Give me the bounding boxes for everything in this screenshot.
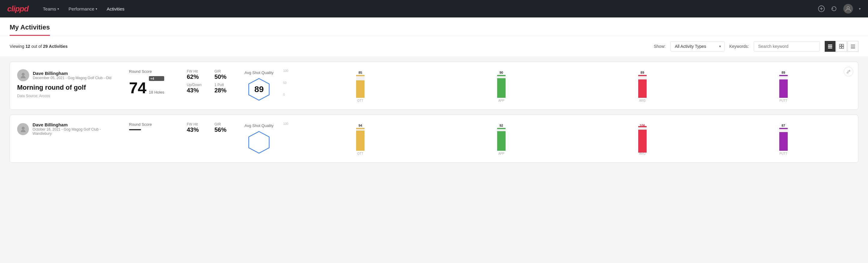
bar-ott: 85 OTT [293, 71, 428, 102]
svg-rect-8 [842, 44, 844, 46]
stat-fw-hit-value: 62% [187, 74, 207, 80]
svg-rect-6 [828, 48, 832, 49]
user-info: Dave Billingham October 16, 2021 - Gog M… [32, 122, 119, 136]
stat-fw-hit-label: FW Hit [187, 69, 207, 74]
bar-app: 90 APP [434, 71, 569, 102]
round-score-label: Round Score [129, 69, 177, 74]
user-avatar [17, 69, 29, 81]
bar-putt-value: 87 [781, 124, 785, 127]
stat-1putt-label: 1 Putt [214, 83, 235, 87]
list-detail-icon [850, 44, 856, 49]
stat-fw-hit-value: 43% [187, 126, 207, 133]
svg-point-15 [22, 73, 25, 76]
user-avatar [17, 123, 29, 135]
stat-gir-value: 56% [214, 126, 235, 133]
navbar-right: ▾ [818, 4, 861, 13]
add-button[interactable] [818, 5, 825, 12]
bar-app-value: 92 [500, 124, 503, 127]
grid-icon [839, 44, 844, 49]
score-main: 74 +4 18 Holes [129, 76, 177, 96]
activity-type-select[interactable]: All Activity Types [671, 41, 724, 52]
refresh-button[interactable] [831, 5, 837, 12]
stat-gir: GIR 56% [214, 122, 235, 133]
svg-marker-18 [249, 132, 269, 153]
view-list-compact-button[interactable] [825, 41, 836, 52]
activity-type-select-wrapper: All Activity Types [671, 41, 724, 52]
nav-performance[interactable]: Performance ▾ [69, 6, 97, 11]
round-score-label: Round Score [129, 122, 177, 127]
bar-arg: 106 ARG [575, 124, 710, 155]
nav-activities[interactable]: Activities [107, 6, 125, 11]
bar-arg: 89 ARG [575, 71, 710, 102]
stat-gir-label: GIR [214, 69, 235, 74]
activity-title: Morning round of golf [17, 84, 119, 91]
bar-ott-label: OTT [357, 99, 363, 102]
logo[interactable]: clippd [7, 4, 29, 13]
user-avatar[interactable] [843, 4, 853, 13]
y-label-50: 50 [283, 81, 288, 85]
round-score-section: Round Score 74 +4 18 Holes [129, 69, 177, 96]
view-list-detail-button[interactable] [847, 41, 858, 52]
card-left: Dave Billingham December 05, 2021 - Gog … [17, 69, 119, 98]
activities-list: Dave Billingham December 05, 2021 - Gog … [0, 62, 868, 163]
bar-chart: 100 94 OTT 92 [283, 122, 851, 155]
user-info: Dave Billingham December 05, 2021 - Gog … [33, 71, 111, 80]
user-row: Dave Billingham December 05, 2021 - Gog … [17, 69, 119, 81]
user-row: Dave Billingham October 16, 2021 - Gog M… [17, 122, 119, 136]
stat-updown-label: Up/Down [187, 83, 207, 87]
add-icon [818, 5, 825, 12]
view-grid-button[interactable] [836, 41, 847, 52]
bar-ott-value: 85 [359, 71, 362, 74]
stat-gir-label: GIR [214, 122, 235, 126]
quality-label: Avg Shot Quality [245, 70, 274, 75]
stat-fw-hit-label: FW Hit [187, 122, 207, 126]
navbar: clippd Teams ▾ Performance ▾ Activities [0, 0, 868, 18]
viewing-text: Viewing 12 out of 29 Activities [10, 44, 68, 49]
nav-teams[interactable]: Teams ▾ [43, 6, 59, 11]
score-line [129, 129, 141, 130]
hexagon-container: Avg Shot Quality 89 [245, 70, 274, 101]
activity-card: Dave Billingham December 05, 2021 - Gog … [10, 62, 858, 110]
stat-fw-hit: FW Hit 43% [187, 122, 207, 133]
quality-section: Avg Shot Quality 100 94 [245, 122, 851, 155]
view-mode-buttons [825, 41, 858, 52]
hexagon: 89 [247, 77, 271, 101]
list-compact-icon [828, 44, 833, 49]
hexagon-shape [247, 130, 271, 154]
user-dropdown-chevron[interactable]: ▾ [859, 7, 861, 11]
bar-ott-value: 94 [359, 124, 362, 127]
card-left: Dave Billingham October 16, 2021 - Gog M… [17, 122, 119, 138]
chevron-down-icon: ▾ [57, 7, 59, 10]
quality-section: Avg Shot Quality 89 100 50 0 [245, 69, 851, 102]
bar-arg-label: ARG [639, 99, 646, 102]
data-source: Data Source: Arccos [17, 94, 119, 98]
score-badge: +4 [149, 76, 164, 81]
stat-updown: Up/Down 43% [187, 83, 207, 94]
user-date: October 16, 2021 - Gog Magog Golf Club -… [32, 127, 119, 136]
stat-gir: GIR 50% [214, 69, 235, 80]
svg-point-3 [847, 7, 849, 9]
y-label-100: 100 [283, 122, 288, 125]
svg-rect-9 [839, 47, 841, 49]
bar-ott: 94 OTT [293, 124, 428, 155]
hex-value: 89 [254, 85, 264, 94]
search-input[interactable] [754, 41, 820, 52]
score-value: 74 [129, 80, 147, 96]
show-label: Show: [654, 44, 665, 49]
stat-updown-value: 43% [187, 87, 207, 94]
hexagon [247, 130, 271, 154]
avatar-icon [20, 71, 27, 79]
keywords-label: Keywords: [730, 44, 749, 49]
page-title: My Activities [10, 18, 50, 36]
bar-app: 92 APP [434, 124, 569, 155]
bar-putt: 89 PUTT [716, 71, 851, 102]
stat-fw-hit: FW Hit 62% [187, 69, 207, 80]
user-date: December 05, 2021 - Gog Magog Golf Club … [33, 76, 111, 80]
avatar-icon [20, 125, 27, 133]
stats-section: FW Hit 43% GIR 56% [187, 122, 235, 133]
stat-1putt-value: 28% [214, 87, 235, 94]
svg-rect-7 [839, 44, 841, 46]
score-holes: 18 Holes [149, 90, 164, 94]
round-score-section: Round Score [129, 122, 177, 130]
page-header: My Activities [0, 18, 868, 36]
